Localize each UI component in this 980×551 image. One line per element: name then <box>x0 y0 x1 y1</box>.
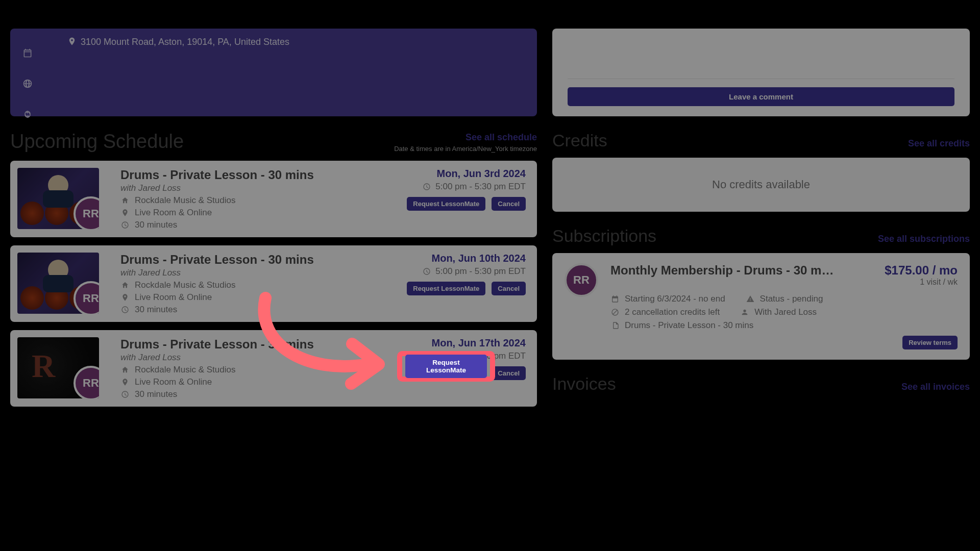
subscription-title: Monthly Membership - Drums - 30 m… <box>610 263 834 287</box>
timezone-note: Date & times are in America/New_York tim… <box>394 145 537 153</box>
home-icon <box>120 281 130 289</box>
globe-icon[interactable] <box>10 68 45 99</box>
subscription-credits: 2 cancellation credits left <box>625 307 720 317</box>
subscription-price: $175.00 / mo <box>885 263 958 278</box>
comments-card: Leave a comment <box>552 29 970 116</box>
lesson-time: 5:00 pm - 5:30 pm EDT <box>435 182 526 192</box>
user-icon <box>740 308 749 316</box>
refresh-icon[interactable] <box>10 99 45 130</box>
lesson-thumbnail: RRR <box>17 337 99 398</box>
lesson-location: Live Room & Online <box>135 208 212 218</box>
upcoming-schedule-header: Upcoming Schedule See all schedule Date … <box>10 131 537 153</box>
subscription-status: Status - pending <box>760 294 823 304</box>
clipboard-icon <box>610 321 620 330</box>
lesson-title: Drums - Private Lesson - 30 mins <box>120 168 385 182</box>
calendar-icon <box>610 295 620 303</box>
clock-icon <box>422 267 431 276</box>
map-pin-icon <box>120 209 130 217</box>
lesson-instructor: with Jared Loss <box>120 183 385 193</box>
lesson-location: Live Room & Online <box>135 377 212 387</box>
see-all-schedule-link[interactable]: See all schedule <box>394 132 537 143</box>
lesson-thumbnail: RR <box>17 253 99 314</box>
credits-title: Credits <box>552 131 607 151</box>
app-frame: 3100 Mount Road, Aston, 19014, PA, Unite… <box>10 29 970 522</box>
subscriptions-title: Subscriptions <box>552 226 656 246</box>
no-credits-text: No credits available <box>712 178 810 191</box>
clock-icon <box>120 390 130 398</box>
subscription-product: Drums - Private Lesson - 30 mins <box>625 320 753 331</box>
lesson-duration: 30 minutes <box>135 389 177 399</box>
see-all-credits-link[interactable]: See all credits <box>908 138 970 149</box>
lesson-studio: Rockdale Music & Studios <box>135 280 235 290</box>
annotation-highlight-box: Request LessonMate <box>397 351 495 382</box>
cancel-lesson-button[interactable]: Cancel <box>492 197 526 211</box>
map-pin-icon <box>120 378 130 386</box>
review-terms-button[interactable]: Review terms <box>902 336 958 349</box>
lesson-title: Drums - Private Lesson - 30 mins <box>120 337 385 352</box>
invoices-title: Invoices <box>552 374 616 394</box>
upcoming-schedule-title: Upcoming Schedule <box>10 131 184 153</box>
see-all-invoices-link[interactable]: See all invoices <box>901 382 970 392</box>
subscription-starting: Starting 6/3/2024 - no end <box>625 294 725 304</box>
clock-icon <box>120 221 130 229</box>
banner-address: 3100 Mount Road, Aston, 19014, PA, Unite… <box>81 37 289 47</box>
warning-icon <box>746 295 755 303</box>
calendar-icon[interactable] <box>10 38 45 68</box>
subscription-avatar: RR <box>565 263 598 297</box>
see-all-subscriptions-link[interactable]: See all subscriptions <box>878 234 970 244</box>
lesson-instructor: with Jared Loss <box>120 353 385 363</box>
request-lessonmate-button[interactable]: Request LessonMate <box>407 197 485 211</box>
lesson-date: Mon, Jun 17th 2024 <box>397 337 526 349</box>
home-icon <box>120 366 130 374</box>
lesson-duration: 30 minutes <box>135 220 177 230</box>
subscription-visits: 1 visit / wk <box>885 278 958 287</box>
request-lessonmate-button[interactable]: Request LessonMate <box>407 282 485 295</box>
map-pin-icon <box>67 37 77 47</box>
location-banner: 3100 Mount Road, Aston, 19014, PA, Unite… <box>10 29 537 116</box>
lesson-instructor: with Jared Loss <box>120 268 385 278</box>
lesson-date: Mon, Jun 10th 2024 <box>397 253 526 264</box>
lesson-studio: Rockdale Music & Studios <box>135 365 235 375</box>
lesson-card: RRDrums - Private Lesson - 30 minswith J… <box>10 245 537 322</box>
request-lessonmate-button-highlighted[interactable]: Request LessonMate <box>405 355 487 378</box>
subscription-with: With Jared Loss <box>754 307 817 317</box>
map-pin-icon <box>120 293 130 302</box>
lesson-studio: Rockdale Music & Studios <box>135 195 235 206</box>
lesson-duration: 30 minutes <box>135 305 177 315</box>
ban-icon <box>610 308 620 316</box>
subscription-card: RR Monthly Membership - Drums - 30 m… $1… <box>552 253 970 360</box>
no-credits-card: No credits available <box>552 158 970 212</box>
lesson-date: Mon, Jun 3rd 2024 <box>397 168 526 180</box>
lesson-location: Live Room & Online <box>135 292 212 303</box>
cancel-lesson-button[interactable]: Cancel <box>492 366 526 380</box>
lesson-time: 5:00 pm - 5:30 pm EDT <box>435 266 526 277</box>
lesson-thumbnail: RR <box>17 168 99 229</box>
comment-divider <box>568 79 954 79</box>
clock-icon <box>120 306 130 314</box>
lesson-title: Drums - Private Lesson - 30 mins <box>120 253 385 267</box>
leave-comment-button[interactable]: Leave a comment <box>568 87 954 106</box>
cancel-lesson-button[interactable]: Cancel <box>492 282 526 295</box>
home-icon <box>120 196 130 205</box>
clock-icon <box>422 183 431 191</box>
lesson-card: RRDrums - Private Lesson - 30 minswith J… <box>10 161 537 237</box>
